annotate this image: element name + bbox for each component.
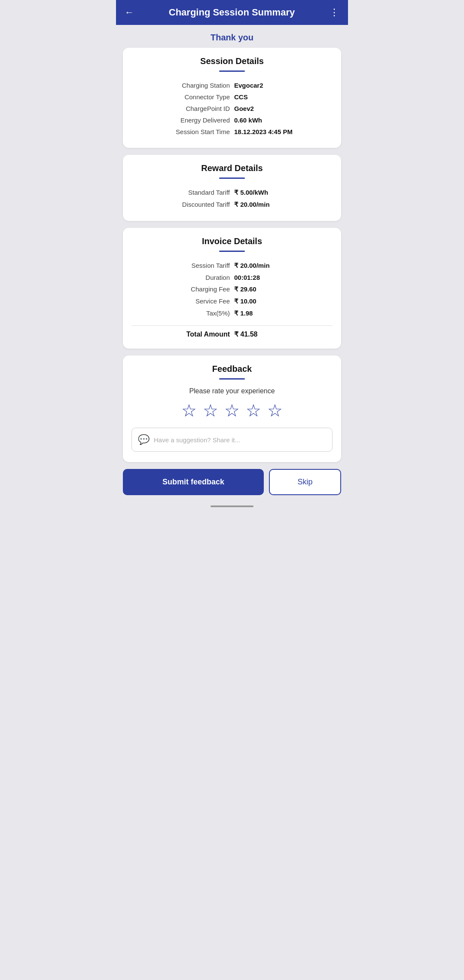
skip-button[interactable]: Skip	[269, 469, 341, 495]
value-tax: ₹ 1.98	[234, 309, 333, 317]
label-connector-type: Connector Type	[131, 93, 234, 101]
label-service-fee: Service Fee	[131, 297, 234, 305]
page-title: Charging Session Summary	[139, 7, 324, 18]
feedback-subtitle: Please rate your experience	[131, 387, 333, 395]
chat-icon: 💬	[138, 434, 150, 445]
row-charging-fee: Charging Fee ₹ 29.60	[131, 283, 333, 295]
bottom-buttons: Submit feedback Skip	[123, 469, 341, 495]
star-2[interactable]: ☆	[203, 402, 218, 419]
feedback-input-placeholder[interactable]: Have a suggestion? Share it...	[154, 436, 240, 444]
star-3[interactable]: ☆	[224, 402, 240, 419]
value-charging-fee: ₹ 29.60	[234, 285, 333, 293]
value-session-tariff: ₹ 20.00/min	[234, 262, 333, 270]
submit-feedback-button[interactable]: Submit feedback	[123, 469, 264, 495]
session-details-card: Session Details Charging Station Evgocar…	[123, 48, 341, 148]
value-chargepoint-id: Goev2	[234, 105, 333, 112]
value-charging-station: Evgocar2	[234, 82, 333, 89]
value-session-start-time: 18.12.2023 4:45 PM	[234, 128, 333, 135]
row-session-start-time: Session Start Time 18.12.2023 4:45 PM	[131, 126, 333, 138]
row-duration: Duration 00:01:28	[131, 272, 333, 283]
row-charging-station: Charging Station Evgocar2	[131, 80, 333, 91]
value-discounted-tariff: ₹ 20.00/min	[234, 201, 333, 208]
invoice-details-title: Invoice Details	[131, 236, 333, 246]
row-tax: Tax(5%) ₹ 1.98	[131, 307, 333, 319]
menu-icon[interactable]: ⋮	[330, 7, 339, 18]
feedback-input-wrapper[interactable]: 💬 Have a suggestion? Share it...	[131, 428, 333, 452]
app-header: ← Charging Session Summary ⋮	[116, 0, 348, 25]
row-total-amount: Total Amount ₹ 41.58	[131, 325, 333, 338]
row-connector-type: Connector Type CCS	[131, 91, 333, 103]
value-duration: 00:01:28	[234, 274, 333, 281]
value-standard-tariff: ₹ 5.00/kWh	[234, 189, 333, 196]
row-chargepoint-id: ChargePoint ID Goev2	[131, 103, 333, 114]
label-energy-delivered: Energy Delivered	[131, 116, 234, 124]
session-details-divider	[219, 70, 245, 72]
row-standard-tariff: Standard Tariff ₹ 5.00/kWh	[131, 187, 333, 199]
row-session-tariff: Session Tariff ₹ 20.00/min	[131, 260, 333, 272]
label-session-tariff: Session Tariff	[131, 262, 234, 269]
label-duration: Duration	[131, 274, 234, 281]
feedback-divider	[219, 378, 245, 380]
feedback-card: Feedback Please rate your experience ☆ ☆…	[123, 355, 341, 462]
label-standard-tariff: Standard Tariff	[131, 189, 234, 196]
home-indicator	[211, 505, 253, 507]
label-tax: Tax(5%)	[131, 309, 234, 317]
back-icon[interactable]: ←	[125, 7, 134, 18]
reward-details-card: Reward Details Standard Tariff ₹ 5.00/kW…	[123, 155, 341, 221]
label-discounted-tariff: Discounted Tariff	[131, 201, 234, 208]
reward-details-title: Reward Details	[131, 163, 333, 173]
row-energy-delivered: Energy Delivered 0.60 kWh	[131, 114, 333, 126]
invoice-details-divider	[219, 251, 245, 252]
star-5[interactable]: ☆	[267, 402, 283, 419]
label-chargepoint-id: ChargePoint ID	[131, 105, 234, 112]
row-service-fee: Service Fee ₹ 10.00	[131, 295, 333, 307]
reward-details-divider	[219, 178, 245, 179]
row-discounted-tariff: Discounted Tariff ₹ 20.00/min	[131, 199, 333, 211]
value-energy-delivered: 0.60 kWh	[234, 116, 333, 124]
feedback-title: Feedback	[131, 364, 333, 374]
session-details-title: Session Details	[131, 56, 333, 66]
value-connector-type: CCS	[234, 93, 333, 101]
label-total-amount: Total Amount	[131, 331, 234, 338]
star-4[interactable]: ☆	[246, 402, 261, 419]
star-rating[interactable]: ☆ ☆ ☆ ☆ ☆	[131, 402, 333, 419]
value-service-fee: ₹ 10.00	[234, 297, 333, 305]
star-1[interactable]: ☆	[181, 402, 197, 419]
label-charging-station: Charging Station	[131, 82, 234, 89]
label-session-start-time: Session Start Time	[131, 128, 234, 135]
thank-you-text: Thank you	[116, 25, 348, 48]
value-total-amount: ₹ 41.58	[234, 330, 333, 338]
invoice-details-card: Invoice Details Session Tariff ₹ 20.00/m…	[123, 228, 341, 349]
label-charging-fee: Charging Fee	[131, 285, 234, 293]
